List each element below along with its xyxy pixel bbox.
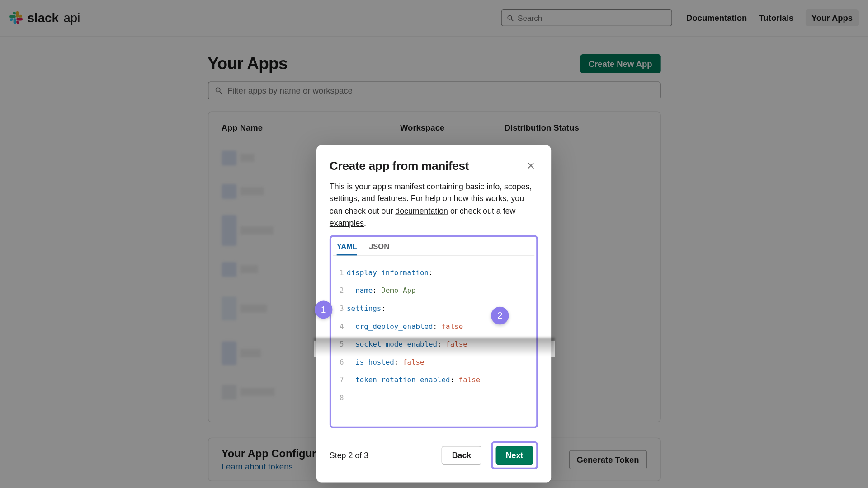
documentation-link[interactable]: documentation: [395, 206, 448, 216]
create-app-modal: Create app from manifest This is your ap…: [316, 145, 551, 483]
tab-yaml[interactable]: YAML: [337, 242, 357, 255]
back-button[interactable]: Back: [442, 446, 481, 465]
step-indicator: Step 2 of 3: [330, 451, 442, 460]
modal-description: This is your app's manifest containing b…: [330, 181, 538, 230]
callout-2: 2: [491, 307, 509, 325]
callout-1: 1: [315, 301, 333, 319]
modal-title: Create app from manifest: [330, 159, 524, 172]
examples-link[interactable]: examples: [330, 218, 364, 227]
close-button[interactable]: [524, 159, 538, 173]
code-editor[interactable]: 1display_information: 2 name: Demo App 3…: [333, 256, 534, 422]
manifest-editor: 1 YAML JSON 1display_information: 2 name…: [330, 235, 538, 428]
next-highlight: Next: [491, 441, 538, 469]
next-button[interactable]: Next: [495, 446, 533, 465]
tab-json[interactable]: JSON: [369, 242, 389, 255]
close-icon: [526, 161, 536, 170]
